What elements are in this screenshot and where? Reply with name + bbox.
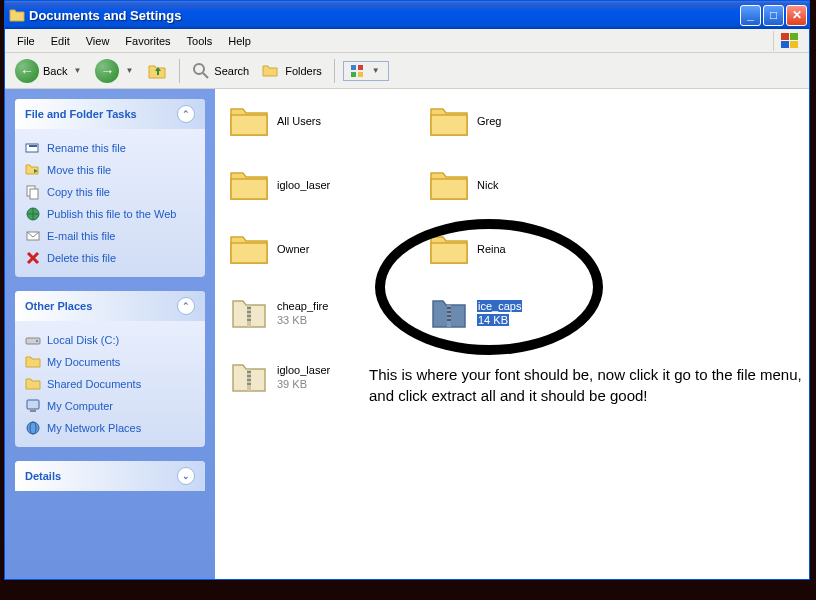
up-button[interactable] [143,59,171,83]
forward-button[interactable]: → ▼ [91,57,139,85]
menu-edit[interactable]: Edit [43,32,78,50]
place-label: My Computer [47,400,113,412]
network-icon [25,420,41,436]
svg-rect-36 [447,319,451,321]
svg-rect-8 [351,72,356,77]
mydocs-icon [25,354,41,370]
item-label: ice_caps14 KB [477,299,522,328]
place-label: Local Disk (C:) [47,334,119,346]
mycomputer-icon [25,398,41,414]
zip-item[interactable]: ice_caps14 KB [423,291,598,335]
svg-rect-6 [351,65,356,70]
search-button[interactable]: Search [188,60,253,82]
places-panel-body: Local Disk (C:) My Documents Shared Docu… [15,321,205,447]
titlebar[interactable]: Documents and Settings _ □ ✕ [5,1,809,29]
task-label: Publish this file to the Web [47,208,176,220]
svg-rect-33 [447,307,451,309]
svg-rect-30 [247,379,251,381]
window-title: Documents and Settings [29,8,740,23]
item-label: igloo_laser39 KB [277,363,330,392]
item-label: Nick [477,178,498,192]
folders-label: Folders [285,65,322,77]
collapse-icon[interactable]: ⌃ [177,297,195,315]
place-label: My Network Places [47,422,141,434]
folder-icon [427,167,471,203]
folder-icon [227,103,271,139]
separator [179,59,180,83]
task-delete[interactable]: Delete this file [25,247,195,269]
folder-icon [227,231,271,267]
item-label: Greg [477,114,501,128]
rename-icon [25,140,41,156]
place-shared-documents[interactable]: Shared Documents [25,373,195,395]
menu-favorites[interactable]: Favorites [117,32,178,50]
zip-item[interactable]: cheap_fire33 KB [223,291,398,335]
minimize-button[interactable]: _ [740,5,761,26]
svg-point-17 [36,340,38,342]
svg-point-20 [27,422,39,434]
task-rename[interactable]: Rename this file [25,137,195,159]
content-area[interactable]: All Usersigloo_laserOwnercheap_fire33 KB… [215,89,809,579]
menu-help[interactable]: Help [220,32,259,50]
menu-file[interactable]: File [9,32,43,50]
folders-icon [261,62,281,80]
item-label: Owner [277,242,309,256]
item-label: All Users [277,114,321,128]
email-icon [25,228,41,244]
move-icon [25,162,41,178]
chevron-down-icon: ▼ [123,66,135,75]
svg-rect-1 [790,33,798,40]
menu-tools[interactable]: Tools [179,32,221,50]
collapse-icon[interactable]: ⌃ [177,105,195,123]
folder-item[interactable]: igloo_laser [223,163,398,207]
svg-rect-19 [30,410,36,412]
task-label: Delete this file [47,252,116,264]
zip-icon [227,359,271,395]
body-area: File and Folder Tasks ⌃ Rename this file… [5,89,809,579]
delete-icon [25,250,41,266]
folder-item[interactable]: Greg [423,99,598,143]
places-title: Other Places [25,300,92,312]
svg-rect-3 [790,41,798,48]
item-label: cheap_fire33 KB [277,299,328,328]
place-my-computer[interactable]: My Computer [25,395,195,417]
expand-icon[interactable]: ⌄ [177,467,195,485]
search-label: Search [214,65,249,77]
task-copy[interactable]: Copy this file [25,181,195,203]
close-button[interactable]: ✕ [786,5,807,26]
svg-rect-31 [247,383,251,385]
folders-button[interactable]: Folders [257,60,326,82]
menu-view[interactable]: View [78,32,118,50]
task-email[interactable]: E-mail this file [25,225,195,247]
svg-rect-24 [247,311,251,313]
back-button[interactable]: ← Back ▼ [11,57,87,85]
task-move[interactable]: Move this file [25,159,195,181]
task-publish[interactable]: Publish this file to the Web [25,203,195,225]
folder-item[interactable]: Owner [223,227,398,271]
place-local-disk[interactable]: Local Disk (C:) [25,329,195,351]
item-label: Reina [477,242,506,256]
svg-point-4 [194,64,204,74]
task-label: Rename this file [47,142,126,154]
place-my-documents[interactable]: My Documents [25,351,195,373]
menubar: File Edit View Favorites Tools Help [5,29,809,53]
sidebar: File and Folder Tasks ⌃ Rename this file… [5,89,215,579]
folder-icon [427,231,471,267]
folder-item[interactable]: All Users [223,99,398,143]
task-label: Move this file [47,164,111,176]
places-panel-header[interactable]: Other Places ⌃ [15,291,205,321]
views-button[interactable]: ▼ [343,61,389,81]
forward-arrow-icon: → [95,59,119,83]
tasks-panel-header[interactable]: File and Folder Tasks ⌃ [15,99,205,129]
folder-icon [227,167,271,203]
svg-rect-18 [27,400,39,409]
details-panel: Details ⌄ [15,461,205,491]
chevron-down-icon: ▼ [370,66,382,75]
place-network[interactable]: My Network Places [25,417,195,439]
toolbar: ← Back ▼ → ▼ Search Folders ▼ [5,53,809,89]
folder-item[interactable]: Reina [423,227,598,271]
svg-rect-29 [247,375,251,377]
folder-item[interactable]: Nick [423,163,598,207]
maximize-button[interactable]: □ [763,5,784,26]
details-panel-header[interactable]: Details ⌄ [15,461,205,491]
